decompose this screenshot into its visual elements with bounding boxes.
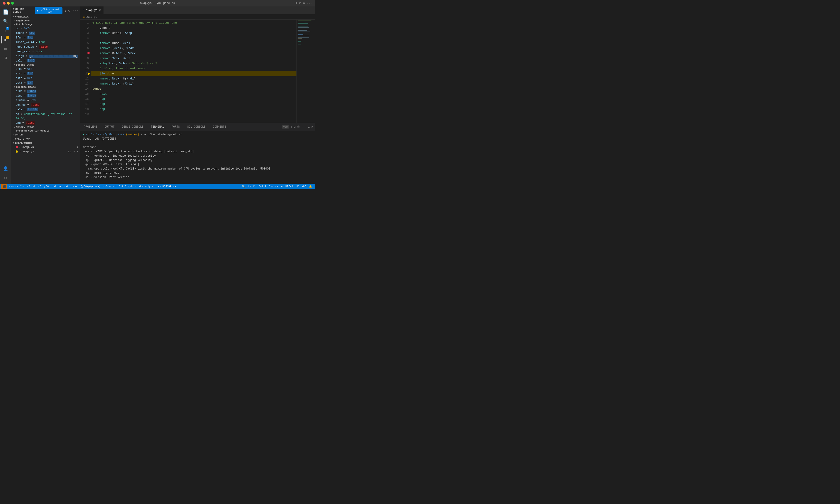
main-layout: 📄 🔍 ⑂ 9 ▶ 1 ⊞ 🖥 👤 ⚙ RUN AND DEBUG ▶ y86 … — [0, 6, 315, 184]
branch-name: master* — [11, 185, 22, 188]
ln-17: 17 — [80, 102, 89, 107]
pc-update-header[interactable]: ▶ Program Counter Update — [11, 129, 80, 133]
close-panel-icon[interactable]: × — [311, 125, 313, 129]
status-notifications[interactable]: 🔔 — [308, 184, 314, 189]
status-language[interactable]: y86 — [300, 184, 308, 189]
error-icon: ⚠ — [27, 185, 28, 188]
code-line-10: # if so, then do not swap — [91, 66, 296, 71]
status-branch[interactable]: ⑂ master* ↻ — [7, 184, 25, 189]
close-button[interactable] — [3, 2, 5, 5]
status-errors[interactable]: ⚠ 0 ✗ 0 — [25, 184, 36, 189]
status-encoding[interactable]: UTF-8 — [284, 184, 294, 189]
var-dste: dste = 0xf — [11, 76, 80, 80]
run-button[interactable]: ▶ y86 test on rust ser — [35, 7, 63, 14]
more-icon[interactable]: ··· — [307, 2, 312, 5]
term-opt-help: -h, --help Print help — [83, 171, 312, 175]
tab-comments[interactable]: COMMENTS — [209, 123, 230, 131]
term-opt-version: -V, --version Print version — [83, 175, 312, 180]
fetch-stage-header[interactable]: ▼ Fetch Stage — [11, 22, 80, 26]
maximize-icon[interactable]: ∧ — [308, 125, 310, 129]
maximize-button[interactable] — [11, 2, 14, 5]
tab-swap-ys[interactable]: ≡ swap.ys × — [80, 6, 104, 14]
bp-delete-icon[interactable]: ✕ — [77, 150, 78, 153]
status-spaces[interactable]: Spaces: 4 — [268, 184, 284, 189]
activity-source-control[interactable]: ⑂ 9 — [1, 26, 10, 35]
status-eol[interactable]: LF — [294, 184, 300, 189]
status-debug[interactable]: ⬛ — [1, 184, 7, 189]
breakpoint-check: ✓ — [19, 146, 21, 149]
run-more-icon[interactable]: ··· — [72, 9, 78, 13]
callstack-section[interactable]: ▶ CALL STACK — [11, 137, 80, 141]
sync-arrows-icon: ⇅ — [38, 185, 39, 188]
variables-section[interactable]: ▼ VARIABLES — [11, 15, 80, 19]
new-terminal-icon[interactable]: + — [291, 125, 292, 129]
error-count: 0 — [29, 185, 31, 188]
term-opt-max-cpu: --max-cpu-cycle <MAX_CPU_CYCLE> Limit th… — [83, 167, 312, 171]
svg-rect-5 — [298, 28, 309, 28]
split-terminal-icon[interactable]: ⊟ — [294, 125, 296, 129]
watch-section[interactable]: ▶ WATCH — [11, 133, 80, 137]
execute-stage-header[interactable]: ▼ Execute Stage — [11, 85, 80, 89]
bp-edit-icon[interactable]: ✏ — [74, 150, 75, 153]
status-search[interactable]: 🔍 — [241, 184, 246, 189]
tab-ports[interactable]: PORTS — [168, 123, 183, 131]
status-vim-mode[interactable]: -- NORMAL -- — [157, 184, 177, 189]
language-label: y86 — [301, 185, 306, 188]
code-line-2: .pos 0 — [91, 25, 296, 31]
memory-stage-header[interactable]: ▶ Memory Stage — [11, 125, 80, 129]
registers-header[interactable]: ▶ Registers — [11, 19, 80, 22]
status-rust-analyzer[interactable]: rust-analyzer — [134, 184, 157, 189]
connect-label: Connect — [105, 185, 116, 188]
callstack-chevron: ▶ — [13, 138, 14, 140]
memory-label: Memory Stage — [16, 126, 34, 128]
panel-icon[interactable]: ⊟ — [299, 1, 301, 5]
minimap — [296, 20, 315, 123]
decode-stage-header[interactable]: ▼ Decode Stage — [11, 63, 80, 67]
execute-chevron: ▼ — [14, 86, 15, 88]
tab-output[interactable]: OUTPUT — [101, 123, 118, 131]
minimize-button[interactable] — [7, 2, 10, 5]
settings-icon[interactable]: ⚙ — [303, 1, 305, 5]
tab-sql-console[interactable]: SQL CONSOLE — [183, 123, 209, 131]
svg-rect-2 — [298, 22, 304, 22]
status-sync[interactable]: ⇅ 0 — [36, 184, 42, 189]
code-line-9: subq %rcx, %rbp # $rbp <= $rcx ? — [91, 61, 296, 66]
term-options: Options: — [83, 145, 312, 150]
activity-settings[interactable]: ⚙ — [1, 174, 10, 182]
more-icon[interactable]: ··· — [301, 125, 307, 129]
eol-label: LF — [296, 185, 299, 188]
activity-run-debug[interactable]: ▶ 1 — [1, 35, 10, 44]
status-run-config[interactable]: y86 test on rust server (y86-pipe-rs) — [43, 184, 102, 189]
status-connect[interactable]: ✓ Connect — [102, 184, 118, 189]
terminal-content[interactable]: ● (3.10.12) ~/y86-pipe-rs (master) x → .… — [80, 131, 315, 184]
activity-extensions[interactable]: ⊞ — [1, 45, 10, 53]
ln-8: 8 — [80, 56, 89, 61]
kill-terminal-icon[interactable]: 🗑 — [297, 125, 300, 129]
status-bar: ⬛ ⑂ master* ↻ ⚠ 0 ✗ 0 ⇅ 0 y86 test on ru… — [0, 184, 315, 189]
term-line-prompt-1: ● (3.10.12) ~/y86-pipe-rs (master) x → .… — [83, 132, 312, 137]
layout-icon[interactable]: ⊞ — [296, 1, 298, 5]
activity-files[interactable]: 📄 — [1, 8, 10, 16]
run-config-chevron[interactable]: ∨ — [64, 9, 66, 13]
ln-10: 10 — [80, 66, 89, 71]
activity-search[interactable]: 🔍 — [1, 17, 10, 25]
activity-account[interactable]: 👤 — [1, 164, 10, 173]
breakpoint-dot — [16, 146, 18, 148]
breakpoints-section[interactable]: ▼ BREAKPOINTS — [11, 141, 80, 145]
status-position[interactable]: Ln 11, Col 1 — [246, 184, 267, 189]
var-vale: vale = 0x1884 — [11, 107, 80, 112]
run-settings-icon[interactable]: ⚙ — [68, 9, 70, 13]
tab-problems[interactable]: PROBLEMS — [80, 123, 101, 131]
tab-terminal[interactable]: TERMINAL — [147, 123, 168, 131]
tab-close-icon[interactable]: × — [99, 8, 101, 12]
fetch-label: Fetch Stage — [16, 23, 33, 26]
ln-14: 14 — [80, 86, 89, 91]
fetch-chevron: ▼ — [14, 23, 15, 25]
status-git-graph[interactable]: Git Graph — [118, 184, 134, 189]
svg-rect-4 — [298, 26, 308, 26]
activity-remote[interactable]: 🖥 — [1, 54, 10, 62]
svg-rect-10 — [298, 34, 303, 35]
tab-debug-console[interactable]: DEBUG CONSOLE — [118, 123, 147, 131]
code-content[interactable]: # Swap nums if the former one >= the lat… — [91, 20, 296, 123]
variables-chevron: ▼ — [13, 16, 14, 18]
